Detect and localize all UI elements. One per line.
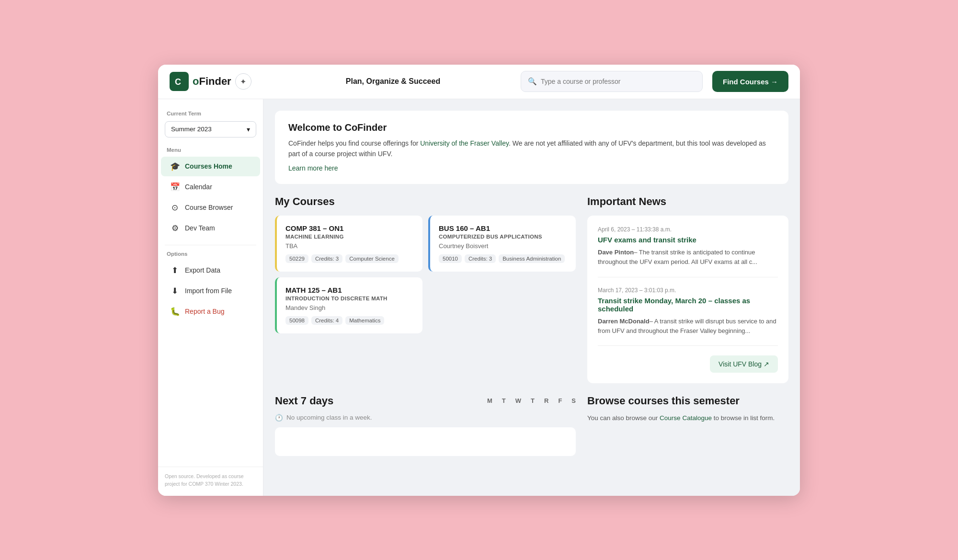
news-title[interactable]: UFV exams and transit strike	[598, 236, 778, 244]
sidebar: Current Term Summer 2023 ▾ Menu 🎓 Course…	[158, 99, 263, 496]
next-7-days-title: Next 7 days	[275, 395, 333, 407]
welcome-text-before: CoFinder helps you find course offerings…	[288, 139, 420, 147]
options-label: Options	[158, 251, 263, 261]
day-f: F	[558, 397, 562, 404]
tag: 50229	[285, 254, 308, 263]
course-tags: 50010 Credits: 3 Business Administration	[439, 254, 567, 263]
visit-blog-button[interactable]: Visit UFV Blog ↗	[710, 355, 778, 373]
sidebar-item-label: Report a Bug	[185, 308, 225, 315]
dev-team-icon: ⚙	[170, 223, 180, 233]
news-item-1: April 6, 2023 – 11:33:38 a.m. UFV exams …	[598, 226, 778, 277]
course-prof: Mandev Singh	[285, 304, 414, 311]
browse-section: Browse courses this semester You can als…	[587, 395, 788, 456]
tag: Computer Science	[345, 254, 399, 263]
news-date: March 17, 2023 – 3:01:03 p.m.	[598, 287, 778, 294]
tag: Credits: 3	[465, 254, 496, 263]
my-courses-title: My Courses	[275, 195, 576, 208]
tag: Credits: 3	[311, 254, 342, 263]
news-excerpt: Darren McDonald– A transit strike will d…	[598, 317, 778, 336]
course-name: INTRODUCTION TO DISCRETE MATH	[285, 296, 414, 301]
course-catalogue-link[interactable]: Course Catalogue	[660, 414, 712, 422]
news-card: April 6, 2023 – 11:33:38 a.m. UFV exams …	[587, 216, 788, 383]
important-news-title: Important News	[587, 195, 788, 208]
clock-icon: 🕐	[275, 414, 283, 422]
sidebar-item-course-browser[interactable]: ⊙ Course Browser	[161, 198, 260, 217]
week-placeholder	[275, 427, 576, 456]
sidebar-item-calendar[interactable]: 📅 Calendar	[161, 177, 260, 197]
sidebar-item-label: Import from File	[185, 287, 232, 295]
course-code: COMP 381 – ON1	[285, 224, 414, 232]
search-bar: 🔍	[521, 71, 703, 92]
news-author: Dave Pinton	[598, 249, 634, 256]
menu-label: Menu	[158, 147, 263, 157]
svg-text:C: C	[175, 77, 181, 87]
chevron-down-icon: ▾	[247, 126, 250, 133]
my-courses-section: My Courses COMP 381 – ON1 MACHINE LEARNI…	[275, 195, 576, 383]
day-t2: T	[531, 397, 535, 404]
day-t: T	[502, 397, 506, 404]
sidebar-item-import-file[interactable]: ⬇ Import from File	[161, 281, 260, 301]
course-browser-icon: ⊙	[170, 203, 180, 213]
browse-title: Browse courses this semester	[587, 395, 788, 407]
app-name: oFinder	[193, 75, 231, 88]
day-m: M	[487, 397, 492, 404]
visit-blog-row: Visit UFV Blog ↗	[598, 355, 778, 373]
course-card-bus160[interactable]: BUS 160 – AB1 COMPUTERIZED BUS APPLICATI…	[428, 216, 576, 272]
find-courses-button[interactable]: Find Courses →	[712, 71, 788, 92]
tagline: Plan, Organize & Succeed	[346, 77, 440, 86]
courses-home-icon: 🎓	[170, 161, 180, 171]
footer-text: Open source. Developed as course project…	[165, 473, 244, 487]
sidebar-item-report-bug[interactable]: 🐛 Report a Bug	[161, 302, 260, 321]
search-input[interactable]	[541, 78, 696, 85]
news-excerpt: Dave Pinton– The transit strike is antic…	[598, 248, 778, 267]
tag: 50010	[439, 254, 462, 263]
course-tags: 50098 Credits: 4 Mathematics	[285, 316, 414, 325]
next-7-days-section: Next 7 days M T W T R F S 🕐 N	[275, 395, 576, 456]
tag: Credits: 4	[311, 316, 342, 325]
search-icon: 🔍	[528, 77, 537, 86]
news-item-2: March 17, 2023 – 3:01:03 p.m. Transit st…	[598, 287, 778, 346]
sidebar-item-courses-home[interactable]: 🎓 Courses Home	[161, 157, 260, 176]
welcome-card: Welcome to CoFinder CoFinder helps you f…	[275, 111, 788, 184]
settings-button[interactable]: ✦	[235, 73, 251, 90]
two-col-layout: My Courses COMP 381 – ON1 MACHINE LEARNI…	[275, 195, 788, 383]
browse-text-before: You can also browse our	[587, 414, 660, 422]
week-header: Next 7 days M T W T R F S	[275, 395, 576, 407]
sidebar-item-label: Calendar	[185, 183, 212, 191]
calendar-icon: 📅	[170, 182, 180, 192]
no-class-message: 🕐 No upcoming class in a week.	[275, 414, 576, 422]
course-tags: 50229 Credits: 3 Computer Science	[285, 254, 414, 263]
course-name: MACHINE LEARNING	[285, 234, 414, 240]
term-selector[interactable]: Summer 2023 ▾	[165, 121, 256, 137]
topbar-center: Plan, Organize & Succeed	[275, 77, 511, 86]
ufv-link[interactable]: University of the Fraser Valley	[420, 139, 509, 147]
course-prof: Courtney Boisvert	[439, 242, 567, 250]
sidebar-item-label: Course Browser	[185, 204, 233, 211]
sidebar-divider	[165, 245, 256, 245]
course-grid: COMP 381 – ON1 MACHINE LEARNING TBA 5022…	[275, 216, 576, 333]
tag: 50098	[285, 316, 308, 325]
topbar: C oFinder ✦ Plan, Organize & Succeed 🔍 F…	[158, 65, 800, 99]
day-r: R	[544, 397, 548, 404]
current-term-label: Current Term	[158, 111, 263, 121]
sidebar-item-label: Dev Team	[185, 224, 215, 232]
day-s: S	[571, 397, 576, 404]
course-prof: TBA	[285, 242, 414, 250]
logo-area: C oFinder ✦	[170, 72, 265, 91]
course-name: COMPUTERIZED BUS APPLICATIONS	[439, 234, 567, 240]
course-card-math125[interactable]: MATH 125 – AB1 INTRODUCTION TO DISCRETE …	[275, 277, 422, 333]
term-value: Summer 2023	[171, 126, 212, 133]
logo-icon: C	[170, 72, 189, 91]
browse-text: You can also browse our Course Catalogue…	[587, 413, 788, 423]
course-card-comp381[interactable]: COMP 381 – ON1 MACHINE LEARNING TBA 5022…	[275, 216, 422, 272]
sidebar-item-dev-team[interactable]: ⚙ Dev Team	[161, 218, 260, 238]
sidebar-item-export-data[interactable]: ⬆ Export Data	[161, 261, 260, 280]
bug-icon: 🐛	[170, 307, 180, 317]
learn-more-link[interactable]: Learn more here	[288, 164, 338, 172]
day-w: W	[515, 397, 521, 404]
news-date: April 6, 2023 – 11:33:38 a.m.	[598, 226, 778, 233]
news-title[interactable]: Transit strike Monday, March 20 – classe…	[598, 297, 778, 313]
important-news-section: Important News April 6, 2023 – 11:33:38 …	[587, 195, 788, 383]
course-code: MATH 125 – AB1	[285, 286, 414, 294]
export-icon: ⬆	[170, 265, 180, 275]
